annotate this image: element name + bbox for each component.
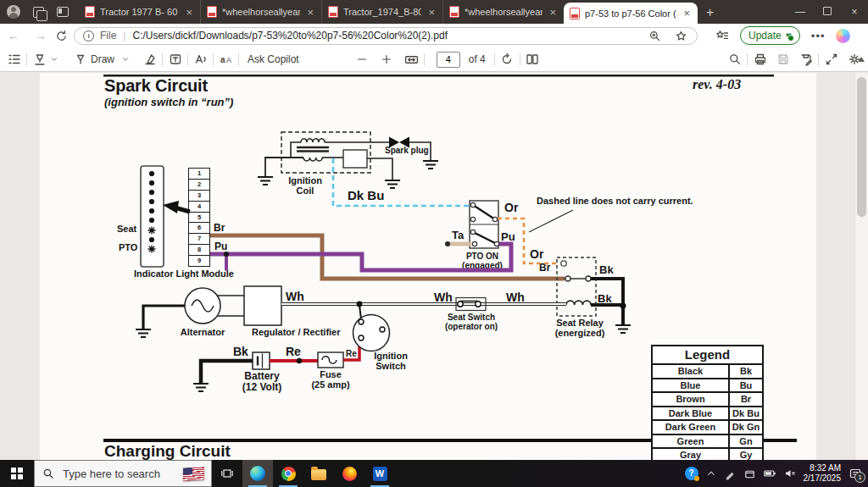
browser-tab[interactable]: Tractor 1977 B- 60 B-80 B- ×: [79, 0, 200, 24]
update-button[interactable]: Update ♥: [740, 26, 800, 45]
tab-group-icon[interactable]: [33, 7, 44, 18]
back-icon[interactable]: ←: [0, 29, 27, 42]
task-view-button[interactable]: [212, 460, 242, 487]
highlighter-chevron-icon[interactable]: [47, 53, 61, 67]
svg-text:A: A: [226, 56, 231, 64]
tab-close-icon[interactable]: ×: [184, 7, 194, 18]
start-button[interactable]: [0, 460, 34, 487]
refresh-icon[interactable]: [54, 29, 69, 43]
legend-row: BrownBr: [653, 391, 762, 406]
forward-icon[interactable]: →: [27, 29, 54, 42]
legend-color-abbr: Gn: [730, 435, 762, 448]
legend-table: Legend BlackBk BlueBu BrownBr Dark BlueD…: [651, 345, 764, 460]
legend-color-name: Brown: [653, 393, 730, 406]
scrollbar-up-arrow[interactable]: [858, 57, 865, 62]
taskbar-app-explorer[interactable]: [303, 460, 334, 487]
zoom-page-icon[interactable]: [648, 29, 662, 43]
pdf-file-icon: [328, 6, 338, 18]
tab-close-icon[interactable]: ×: [682, 8, 692, 19]
tab-close-icon[interactable]: ×: [426, 7, 437, 18]
browser-tab-active[interactable]: p7-53 to p7-56 Color (2).p ×: [564, 3, 698, 24]
pdf-file-icon: [449, 6, 459, 18]
address-divider: |: [123, 30, 125, 42]
legend-color-abbr: Dk Bu: [730, 407, 762, 420]
fit-width-icon[interactable]: [404, 53, 419, 67]
task-view-icon: [220, 467, 234, 480]
draw-chevron-icon[interactable]: [118, 53, 132, 67]
highlighter-icon[interactable]: [32, 53, 47, 67]
fullscreen-icon[interactable]: [824, 53, 838, 67]
workspaces-icon[interactable]: [57, 7, 69, 17]
text-box-icon[interactable]: [168, 53, 182, 67]
page-total-label: of 4: [469, 53, 486, 65]
close-button[interactable]: ×: [841, 0, 868, 24]
browser-tab[interactable]: *wheelhorseallyears.pdf ×: [442, 0, 564, 24]
favorite-star-icon[interactable]: [674, 29, 688, 43]
help-icon[interactable]: ?: [685, 467, 698, 480]
info-icon[interactable]: i: [83, 30, 94, 42]
zoom-out-icon[interactable]: [355, 53, 370, 67]
minimize-button[interactable]: —: [787, 0, 814, 24]
taskbar-app-chrome[interactable]: [273, 460, 303, 487]
profile-avatar-icon[interactable]: [7, 5, 20, 19]
search-document-icon[interactable]: [727, 53, 742, 67]
legend-color-name: Green: [653, 435, 730, 448]
zoom-in-icon[interactable]: [380, 53, 394, 67]
print-icon[interactable]: [753, 53, 767, 67]
ask-copilot-button[interactable]: Ask Copilot: [248, 53, 299, 65]
maximize-button[interactable]: [814, 0, 841, 24]
windows-taskbar: W ? 8:32 AM 2/17/2025 1: [0, 460, 868, 487]
draw-pen-icon[interactable]: [73, 53, 87, 67]
scrollbar-thumb[interactable]: [857, 77, 866, 217]
us-flag-icon[interactable]: [183, 467, 204, 480]
legend-row: GreenGn: [653, 434, 762, 448]
legend-row: GrayGy: [653, 447, 762, 460]
read-aloud-icon[interactable]: [193, 53, 208, 67]
save-as-icon[interactable]: [798, 53, 813, 67]
taskbar-clock[interactable]: 8:32 AM 2/17/2025: [804, 463, 842, 484]
taskbar-app-firefox[interactable]: [334, 460, 364, 487]
tab-title: *wheelhorseallyears.pdf: [222, 7, 300, 17]
action-center-button[interactable]: 1: [848, 466, 863, 481]
battery-icon[interactable]: [763, 467, 776, 480]
page-number-input[interactable]: [437, 52, 460, 68]
url-field[interactable]: i File | C:/Users/dickf/Downloads/p7-53%…: [74, 27, 698, 45]
taskbar-search-input[interactable]: [61, 467, 166, 481]
tab-close-icon[interactable]: ×: [305, 7, 315, 18]
volume-muted-icon[interactable]: [783, 467, 797, 480]
taskbar-app-edge[interactable]: [242, 460, 273, 487]
system-tray: ? 8:32 AM 2/17/2025 1: [685, 463, 868, 484]
rotate-icon[interactable]: [500, 53, 515, 67]
browser-tab[interactable]: *wheelhorseallyears.pdf ×: [200, 0, 321, 24]
table-of-contents-icon[interactable]: [7, 53, 21, 67]
tab-title: p7-53 to p7-56 Color (2).p: [585, 8, 676, 19]
file-explorer-icon: [311, 469, 326, 480]
address-bar-right: Update ♥ •••: [715, 26, 850, 45]
legend-color-abbr: Dk Gn: [730, 421, 762, 434]
vertical-scrollbar[interactable]: [854, 73, 868, 460]
legend-row: BlackBk: [653, 363, 762, 378]
legend-color-name: Black: [653, 365, 730, 378]
tab-close-icon[interactable]: ×: [548, 7, 558, 18]
copilot-icon[interactable]: [836, 29, 850, 43]
tab-title: Tractor_1974_B-80_4-spd_1: [343, 7, 421, 17]
new-tab-button[interactable]: +: [698, 2, 722, 24]
taskbar-search-box[interactable]: [34, 460, 212, 487]
translate-icon[interactable]: aA: [219, 53, 233, 67]
window-tray-icon[interactable]: [743, 468, 756, 480]
legend-title: Legend: [653, 346, 762, 363]
legend-color-abbr: Bk: [730, 365, 762, 378]
firefox-icon: [342, 467, 357, 481]
page-view-icon[interactable]: [526, 53, 540, 67]
draw-label[interactable]: Draw: [91, 53, 114, 65]
favorites-bar-icon[interactable]: [715, 29, 729, 43]
url-text: C:/Users/dickf/Downloads/p7-53%20to%20p7…: [132, 30, 648, 42]
chevron-up-icon[interactable]: [705, 468, 717, 479]
ink-workspace-icon[interactable]: [724, 468, 737, 480]
legend-row: Dark GreenDk Gn: [653, 419, 762, 434]
legend-row: Dark BlueDk Bu: [653, 406, 762, 420]
browser-tab[interactable]: Tractor_1974_B-80_4-spd_1 ×: [321, 0, 442, 24]
taskbar-app-word[interactable]: W: [364, 460, 395, 487]
eraser-icon[interactable]: [142, 53, 157, 67]
settings-more-icon[interactable]: •••: [811, 30, 826, 42]
